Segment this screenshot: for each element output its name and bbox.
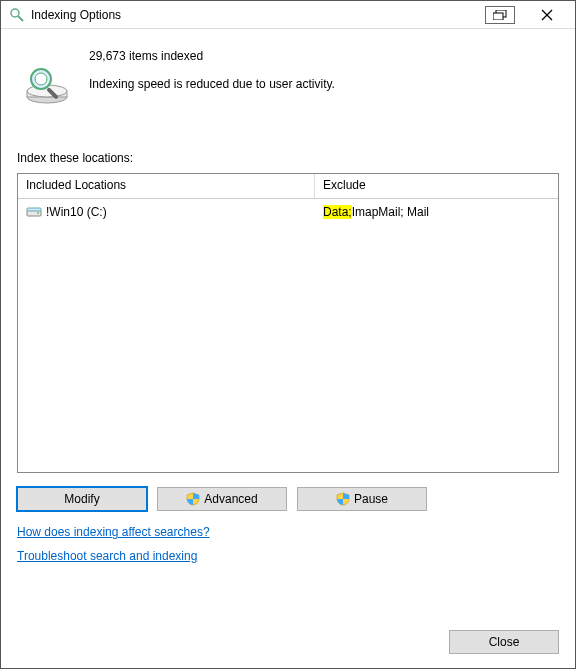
svg-rect-3 — [493, 13, 503, 20]
shield-icon — [336, 492, 350, 506]
locations-body: !Win10 (C:) Data; ImapMail; Mail — [18, 199, 558, 472]
location-row[interactable]: !Win10 (C:) — [26, 203, 306, 221]
location-name: !Win10 (C:) — [46, 205, 107, 219]
window-title: Indexing Options — [31, 8, 485, 22]
link-how-affect[interactable]: How does indexing affect searches? — [17, 525, 210, 539]
link-troubleshoot[interactable]: Troubleshoot search and indexing — [17, 549, 197, 563]
action-buttons: Modify Advanced — [17, 487, 559, 511]
col-included[interactable]: Included Locations — [18, 174, 315, 198]
magnifier-drive-icon — [23, 61, 71, 109]
restore-button[interactable] — [485, 6, 515, 24]
exclude-row[interactable]: Data; ImapMail; Mail — [323, 203, 549, 221]
svg-rect-13 — [27, 208, 41, 211]
svg-point-14 — [37, 212, 39, 214]
help-links: How does indexing affect searches? Troub… — [17, 525, 559, 563]
pause-button[interactable]: Pause — [297, 487, 427, 511]
shield-icon — [186, 492, 200, 506]
svg-point-10 — [35, 73, 47, 85]
dialog-footer: Close — [1, 630, 575, 668]
close-button[interactable]: Close — [449, 630, 559, 654]
drive-icon — [26, 204, 42, 220]
locations-header: Included Locations Exclude — [18, 174, 558, 199]
svg-point-0 — [11, 9, 19, 17]
close-window-button[interactable] — [527, 3, 567, 27]
indexing-speed-note: Indexing speed is reduced due to user ac… — [89, 77, 335, 91]
exclude-highlighted: Data; — [323, 205, 352, 219]
indexing-icon — [9, 7, 25, 23]
included-col-body: !Win10 (C:) — [18, 199, 315, 472]
indexing-options-dialog: Indexing Options — [0, 0, 576, 669]
status-text: 29,673 items indexed Indexing speed is r… — [89, 49, 335, 109]
items-indexed-count: 29,673 items indexed — [89, 49, 335, 63]
exclude-col-body: Data; ImapMail; Mail — [315, 199, 558, 472]
col-exclude[interactable]: Exclude — [315, 174, 558, 198]
locations-list[interactable]: Included Locations Exclude !Win10 (C:) — [17, 173, 559, 473]
modify-button[interactable]: Modify — [17, 487, 147, 511]
svg-line-1 — [18, 16, 23, 21]
advanced-button[interactable]: Advanced — [157, 487, 287, 511]
locations-label: Index these locations: — [17, 151, 559, 165]
titlebar: Indexing Options — [1, 1, 575, 29]
status-area: 29,673 items indexed Indexing speed is r… — [17, 49, 559, 109]
exclude-rest: ImapMail; Mail — [352, 205, 429, 219]
dialog-content: 29,673 items indexed Indexing speed is r… — [1, 29, 575, 620]
